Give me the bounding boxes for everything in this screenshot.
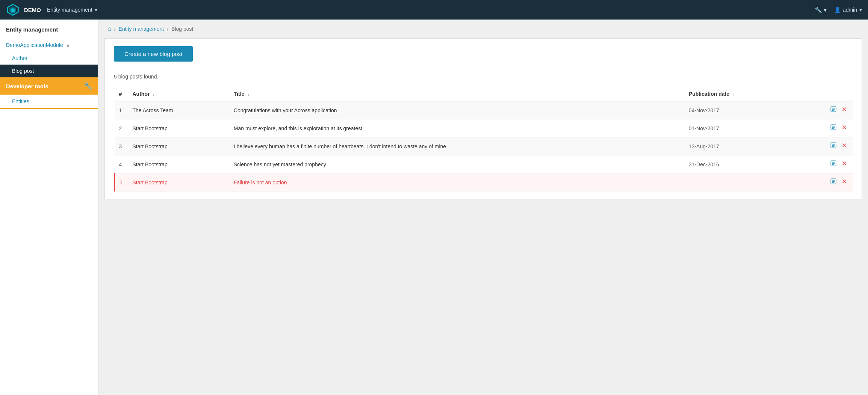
- breadcrumb-entity-mgmt-link[interactable]: Entity management: [119, 26, 164, 32]
- author-sort-icon: ↕: [153, 92, 155, 96]
- topnav: DEMO Entity management ▾ 🔧 ▾ 👤 admin ▾: [0, 0, 868, 20]
- table-row: 4 Start Bootstrap Science has not yet ma…: [115, 155, 853, 173]
- cell-title: Congratulations with your Across applica…: [229, 101, 684, 119]
- topnav-admin-label: admin: [843, 7, 857, 13]
- cell-pub-date: 04-Nov-2017: [684, 101, 796, 119]
- table-row: 2 Start Bootstrap Man must explore, and …: [115, 119, 853, 137]
- table-row: 3 Start Bootstrap I believe every human …: [115, 137, 853, 155]
- table-row: 5 Start Bootstrap Failure is not an opti…: [115, 173, 853, 191]
- topnav-dropdown-icon: ▾: [95, 7, 97, 13]
- cell-pub-date: [684, 173, 796, 191]
- edit-button[interactable]: [829, 178, 838, 187]
- sidebar: Entity management DemoApplicationModule …: [0, 20, 98, 395]
- cell-title: I believe every human has a finite numbe…: [229, 137, 684, 155]
- cell-author: The Across Team: [128, 101, 229, 119]
- sidebar-item-blog-post[interactable]: Blog post: [0, 65, 98, 77]
- sidebar-item-author[interactable]: Author: [0, 52, 98, 65]
- edit-button[interactable]: [829, 124, 838, 133]
- cell-title: Failure is not an option: [229, 173, 684, 191]
- breadcrumb-home-icon[interactable]: ⌂: [107, 26, 111, 32]
- sidebar-module[interactable]: DemoApplicationModule ▲: [0, 38, 98, 52]
- edit-button[interactable]: [829, 160, 838, 169]
- cell-actions: [796, 137, 853, 155]
- sidebar-dev-tools-icon: 🔧: [84, 82, 92, 90]
- result-count: 5 blog posts found.: [114, 69, 853, 83]
- cell-actions: [796, 173, 853, 191]
- cell-pub-date: 13-Aug-2017: [684, 137, 796, 155]
- cell-num: 4: [115, 155, 128, 173]
- logo[interactable]: [6, 3, 20, 17]
- breadcrumb: ⌂ / Entity management / Blog post: [98, 20, 868, 38]
- cell-actions: [796, 119, 853, 137]
- topnav-user-arrow: ▾: [859, 7, 862, 13]
- cell-num: 2: [115, 119, 128, 137]
- delete-button[interactable]: [841, 142, 848, 150]
- cell-title: Science has not yet mastered prophecy: [229, 155, 684, 173]
- cell-num: 5: [115, 173, 128, 191]
- edit-button[interactable]: [829, 106, 838, 115]
- sidebar-module-label: DemoApplicationModule: [6, 42, 63, 48]
- col-title[interactable]: Title ↕: [229, 87, 684, 101]
- cell-pub-date: 01-Nov-2017: [684, 119, 796, 137]
- cell-actions: [796, 101, 853, 119]
- cell-num: 3: [115, 137, 128, 155]
- main: ⌂ / Entity management / Blog post Create…: [98, 20, 868, 395]
- table-row: 1 The Across Team Congratulations with y…: [115, 101, 853, 119]
- breadcrumb-sep1: /: [114, 26, 116, 32]
- wrench-icon: 🔧: [815, 6, 822, 14]
- pubdate-sort-icon: ↑: [732, 92, 735, 96]
- delete-button[interactable]: [841, 160, 848, 168]
- delete-button[interactable]: [841, 178, 848, 186]
- cell-pub-date: 31-Dec-2016: [684, 155, 796, 173]
- sidebar-dev-tools[interactable]: Developer tools 🔧: [0, 77, 98, 95]
- table-header-row: # Author ↕ Title ↕ Publication date ↑: [115, 87, 853, 101]
- cell-author: Start Bootstrap: [128, 137, 229, 155]
- sidebar-title: Entity management: [0, 20, 98, 38]
- topnav-tools-arrow: ▾: [824, 6, 827, 14]
- breadcrumb-current: Blog post: [171, 26, 193, 32]
- topnav-user[interactable]: 👤 admin ▾: [834, 7, 862, 13]
- breadcrumb-sep2: /: [167, 26, 168, 32]
- user-icon: 👤: [834, 7, 841, 13]
- topnav-right: 🔧 ▾ 👤 admin ▾: [815, 6, 862, 14]
- cell-num: 1: [115, 101, 128, 119]
- topnav-tools[interactable]: 🔧 ▾: [815, 6, 827, 14]
- topnav-entity-mgmt[interactable]: Entity management ▾: [47, 7, 97, 13]
- col-pub-date[interactable]: Publication date ↑: [684, 87, 796, 101]
- cell-author: Start Bootstrap: [128, 173, 229, 191]
- sidebar-module-arrow: ▲: [66, 43, 70, 47]
- demo-label: DEMO: [24, 7, 41, 13]
- edit-button[interactable]: [829, 142, 838, 151]
- cell-title: Man must explore, and this is exploratio…: [229, 119, 684, 137]
- sidebar-item-entities[interactable]: Entities: [0, 95, 98, 109]
- delete-button[interactable]: [841, 106, 848, 114]
- sidebar-dev-tools-label: Developer tools: [6, 83, 48, 89]
- cell-author: Start Bootstrap: [128, 119, 229, 137]
- col-num: #: [115, 87, 128, 101]
- title-sort-icon: ↕: [247, 92, 250, 96]
- blog-posts-table: # Author ↕ Title ↕ Publication date ↑ 1 …: [114, 87, 853, 191]
- topnav-entity-mgmt-label: Entity management: [47, 7, 92, 13]
- create-blog-post-button[interactable]: Create a new blog post: [114, 46, 193, 62]
- cell-actions: [796, 155, 853, 173]
- cell-author: Start Bootstrap: [128, 155, 229, 173]
- delete-button[interactable]: [841, 124, 848, 132]
- col-actions: [796, 87, 853, 101]
- content-area: Create a new blog post 5 blog posts foun…: [104, 38, 862, 199]
- col-author[interactable]: Author ↕: [128, 87, 229, 101]
